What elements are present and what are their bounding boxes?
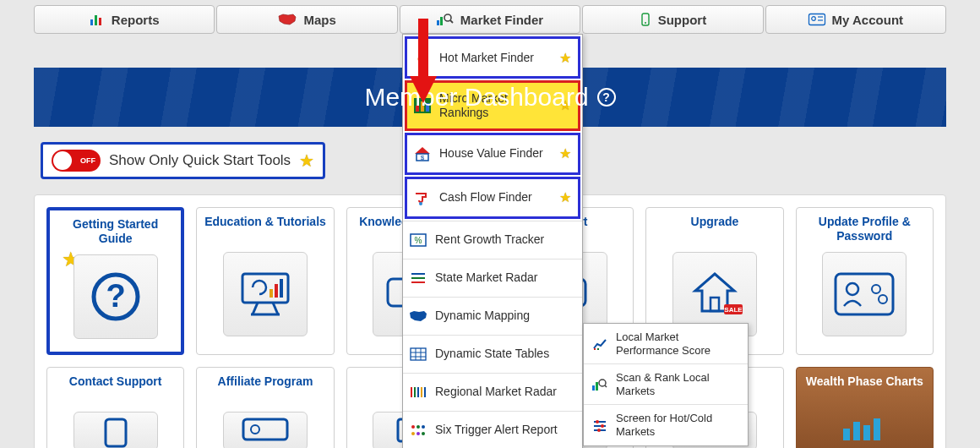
nav-reports[interactable]: Reports: [34, 5, 215, 34]
svg-rect-51: [411, 348, 426, 360]
nav-support[interactable]: Support: [582, 5, 763, 34]
help-icon[interactable]: ?: [597, 88, 616, 107]
dd-dynamic-state-tables[interactable]: Dynamic State Tables: [403, 335, 582, 373]
dd-state-market-radar[interactable]: State Market Radar: [403, 259, 582, 297]
svg-rect-56: [411, 387, 412, 397]
classic-tools-submenu: Local Market Performance Score Scan & Ra…: [583, 323, 749, 446]
svg-point-45: [419, 202, 422, 205]
card-tile: ?: [74, 254, 158, 339]
card-getting-started[interactable]: Getting Started Guide ★ ?: [46, 207, 184, 355]
sm-label: Scan & Rank Local Markets: [616, 371, 741, 397]
card-title: Education & Tutorials: [199, 215, 331, 243]
star-icon: ★: [559, 50, 571, 66]
svg-point-32: [251, 425, 259, 434]
svg-rect-2: [99, 18, 101, 25]
sm-local-performance[interactable]: Local Market Performance Score: [584, 324, 748, 363]
nav-label: Market Finder: [460, 13, 543, 27]
star-icon: ★: [299, 150, 314, 171]
svg-point-10: [811, 17, 815, 21]
svg-rect-19: [270, 289, 273, 298]
svg-point-63: [422, 425, 425, 429]
svg-rect-34: [843, 429, 850, 440]
switch-state: OFF: [80, 156, 95, 165]
svg-rect-67: [594, 348, 596, 350]
usa-map-icon: [408, 306, 428, 326]
quick-start-switch[interactable]: OFF: [52, 150, 101, 172]
percent-house-icon: %: [408, 230, 428, 250]
dd-cash-flow-finder[interactable]: Cash Flow Finder ★: [405, 177, 580, 219]
card-education[interactable]: Education & Tutorials: [196, 207, 334, 355]
svg-point-76: [596, 420, 599, 423]
card-wealth-phase[interactable]: Wealth Phase Charts: [796, 367, 934, 448]
svg-point-8: [645, 22, 646, 24]
card-title: Affiliate Program: [213, 374, 318, 403]
svg-line-72: [605, 385, 607, 387]
svg-rect-68: [597, 348, 599, 350]
svg-point-71: [599, 380, 606, 386]
headset-icon: [640, 13, 651, 26]
trend-up-icon: [591, 335, 609, 353]
dd-house-value-finder[interactable]: $ House Value Finder ★: [405, 133, 580, 175]
dd-label: Six Trigger Alert Report: [435, 423, 575, 437]
dd-six-trigger-alert[interactable]: Six Trigger Alert Report: [403, 411, 582, 448]
svg-rect-69: [592, 385, 595, 391]
card-title: Getting Started Guide: [50, 217, 181, 246]
dd-label: State Market Radar: [435, 270, 575, 285]
nav-my-account[interactable]: My Account: [765, 5, 946, 34]
svg-point-65: [416, 432, 420, 435]
card-title: Update Profile & Password: [797, 215, 933, 243]
toggle-label: Show Only Quick Start Tools: [109, 152, 291, 169]
svg-rect-26: [836, 274, 893, 314]
card-affiliate[interactable]: Affiliate Program: [196, 367, 334, 448]
dd-label: Regional Market Radar: [435, 385, 575, 399]
svg-text:SALE: SALE: [724, 306, 743, 314]
dd-label: Dynamic State Tables: [435, 347, 575, 361]
table-icon: [408, 344, 428, 364]
svg-line-18: [273, 303, 278, 314]
nav-label: Maps: [303, 13, 335, 27]
sm-scan-rank[interactable]: Scan & Rank Local Markets: [584, 363, 748, 404]
svg-marker-80: [410, 76, 437, 103]
svg-point-77: [601, 424, 604, 428]
card-profile[interactable]: Update Profile & Password: [796, 207, 934, 355]
top-nav: Reports Maps Market Finder Support My Ac…: [0, 0, 980, 34]
svg-point-66: [422, 432, 425, 435]
nav-maps[interactable]: Maps: [216, 5, 397, 34]
card-tile: [74, 412, 158, 448]
sm-screen-hotcold[interactable]: Screen for Hot/Cold Markets: [584, 404, 748, 445]
svg-rect-70: [596, 382, 598, 391]
quick-start-toggle-row: OFF Show Only Quick Start Tools ★: [41, 142, 325, 179]
dd-dynamic-mapping[interactable]: Dynamic Mapping: [403, 297, 582, 335]
svg-rect-31: [243, 419, 287, 440]
sliders-icon: [591, 416, 609, 434]
svg-rect-59: [421, 387, 422, 397]
star-icon: ★: [559, 189, 571, 205]
svg-rect-37: [874, 418, 880, 440]
sm-label: Screen for Hot/Cold Markets: [616, 412, 741, 438]
svg-rect-21: [280, 279, 283, 298]
svg-marker-42: [415, 147, 430, 154]
svg-rect-1: [95, 15, 97, 25]
svg-rect-60: [424, 387, 426, 397]
bar-chart-icon: [90, 13, 105, 26]
svg-text:%: %: [415, 236, 422, 245]
svg-rect-57: [414, 387, 416, 397]
star-icon: ★: [559, 145, 571, 161]
dd-rent-growth-tracker[interactable]: % Rent Growth Tracker: [403, 221, 582, 259]
faucet-icon: [412, 188, 433, 208]
svg-point-64: [411, 432, 415, 435]
card-tile: [223, 412, 308, 448]
dd-regional-market-radar[interactable]: Regional Market Radar: [403, 373, 582, 411]
switch-knob: [53, 151, 72, 170]
card-tile: [822, 252, 906, 336]
annotation-arrow: [406, 15, 440, 112]
svg-point-5: [444, 14, 451, 21]
svg-point-61: [411, 425, 415, 429]
svg-line-17: [253, 303, 258, 314]
house-chart-icon: $: [412, 144, 433, 164]
card-tile: [822, 412, 906, 448]
svg-rect-35: [853, 422, 860, 440]
card-title: Wealth Phase Charts: [801, 374, 928, 403]
card-contact-support[interactable]: Contact Support: [46, 367, 184, 448]
svg-rect-58: [417, 387, 419, 397]
